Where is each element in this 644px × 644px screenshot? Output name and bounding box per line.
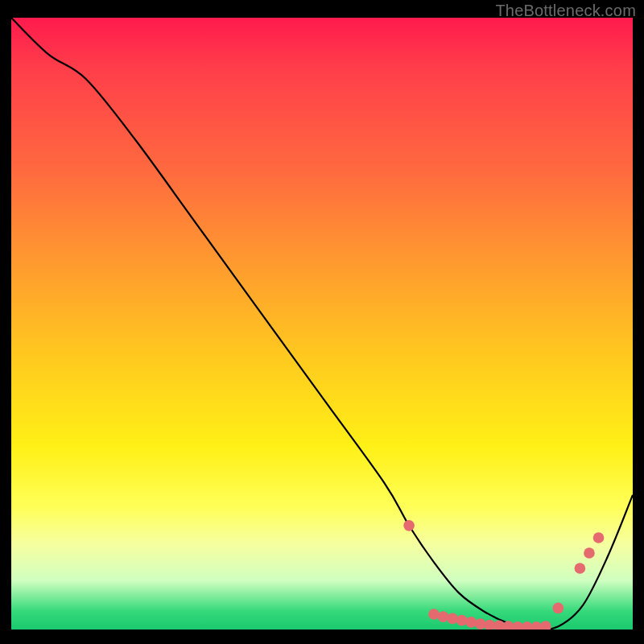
curve-marker xyxy=(593,532,605,543)
curve-marker xyxy=(584,547,595,559)
curve-marker xyxy=(575,563,586,574)
curve-marker xyxy=(465,617,477,628)
marker-group xyxy=(403,520,604,630)
curve-marker xyxy=(512,621,523,630)
curve-marker xyxy=(447,613,458,624)
plot-area xyxy=(11,18,633,630)
curve-marker xyxy=(475,618,486,630)
curve-marker xyxy=(456,615,468,626)
curve-marker xyxy=(485,620,496,630)
curve-marker xyxy=(553,603,564,614)
curve-svg xyxy=(11,18,633,630)
curve-marker xyxy=(531,621,543,630)
bottleneck-curve xyxy=(11,18,633,630)
curve-marker xyxy=(428,609,440,620)
chart-container: TheBottleneck.com xyxy=(0,0,644,644)
curve-marker xyxy=(540,621,551,630)
curve-marker xyxy=(403,520,415,531)
curve-marker xyxy=(522,621,533,630)
curve-marker xyxy=(438,611,449,622)
